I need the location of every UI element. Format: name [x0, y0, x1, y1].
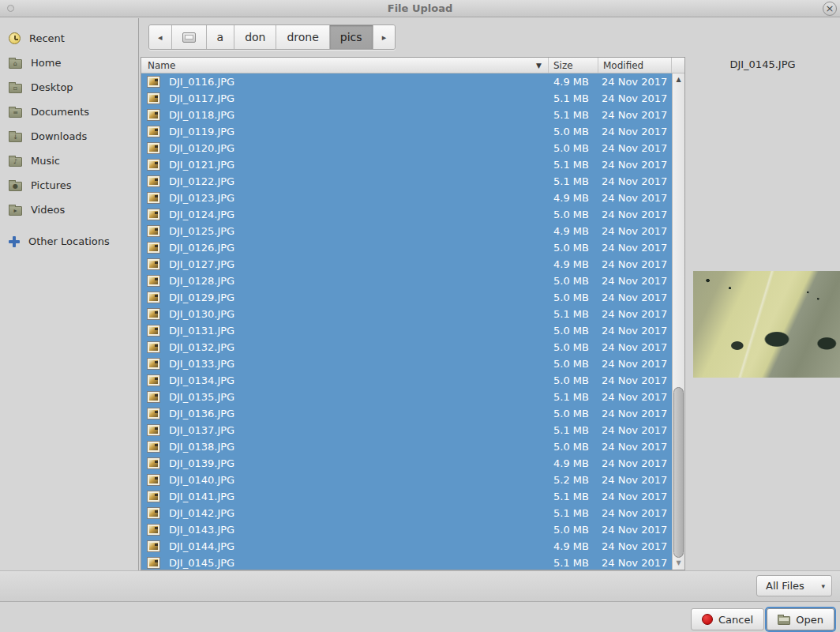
vertical-scrollbar[interactable]: ▲ ▼ — [672, 73, 684, 570]
file-row[interactable]: DJI_0132.JPG 5.0 MB 24 Nov 2017 — [141, 339, 672, 356]
image-file-icon — [148, 193, 159, 203]
sidebar-item-home[interactable]: ⌂ Home — [0, 51, 138, 75]
file-row[interactable]: DJI_0145.JPG 5.1 MB 24 Nov 2017 — [141, 555, 672, 570]
scroll-down-icon[interactable]: ▼ — [673, 558, 684, 569]
file-modified: 24 Nov 2017 — [598, 457, 672, 469]
scrollbar-thumb[interactable] — [673, 387, 684, 558]
image-file-icon — [148, 425, 159, 435]
file-modified: 24 Nov 2017 — [598, 275, 672, 287]
file-size: 5.0 MB — [549, 275, 598, 287]
file-name: DJI_0133.JPG — [169, 358, 549, 370]
file-row[interactable]: DJI_0143.JPG 5.0 MB 24 Nov 2017 — [141, 521, 672, 538]
file-row[interactable]: DJI_0136.JPG 5.0 MB 24 Nov 2017 — [141, 405, 672, 422]
column-header-name[interactable]: Name ▼ — [141, 58, 549, 73]
sidebar-item-videos[interactable]: ▸ Videos — [0, 198, 138, 222]
file-row[interactable]: DJI_0134.JPG 5.0 MB 24 Nov 2017 — [141, 372, 672, 389]
file-row[interactable]: DJI_0129.JPG 5.0 MB 24 Nov 2017 — [141, 289, 672, 306]
file-row[interactable]: DJI_0144.JPG 4.9 MB 24 Nov 2017 — [141, 538, 672, 555]
file-row[interactable]: DJI_0121.JPG 5.1 MB 24 Nov 2017 — [141, 156, 672, 173]
file-row[interactable]: DJI_0141.JPG 5.1 MB 24 Nov 2017 — [141, 488, 672, 505]
column-header-modified[interactable]: Modified — [598, 58, 672, 73]
file-name: DJI_0145.JPG — [169, 557, 549, 569]
file-size: 4.9 MB — [549, 258, 598, 270]
file-row[interactable]: DJI_0138.JPG 5.0 MB 24 Nov 2017 — [141, 438, 672, 455]
file-row[interactable]: DJI_0133.JPG 5.0 MB 24 Nov 2017 — [141, 356, 672, 372]
file-row[interactable]: DJI_0126.JPG 5.0 MB 24 Nov 2017 — [141, 239, 672, 256]
image-file-icon — [148, 408, 159, 419]
file-name: DJI_0121.JPG — [169, 159, 549, 171]
file-modified: 24 Nov 2017 — [598, 441, 672, 453]
file-modified: 24 Nov 2017 — [598, 258, 672, 270]
close-icon[interactable]: × — [823, 2, 837, 16]
filter-selected-label: All Files — [766, 580, 804, 592]
path-segment-don[interactable]: don — [234, 25, 276, 49]
image-file-icon — [148, 508, 159, 518]
path-forward-icon[interactable]: ▸ — [373, 25, 396, 49]
sidebar-item-pictures[interactable]: ● Pictures — [0, 173, 138, 198]
file-modified: 24 Nov 2017 — [598, 491, 672, 502]
file-row[interactable]: DJI_0122.JPG 5.1 MB 24 Nov 2017 — [141, 173, 672, 190]
file-modified: 24 Nov 2017 — [598, 341, 672, 353]
breadcrumb: ◂ adondronepics▸ — [148, 24, 396, 50]
file-row[interactable]: DJI_0137.JPG 5.1 MB 24 Nov 2017 — [141, 422, 672, 438]
file-row[interactable]: DJI_0131.JPG 5.0 MB 24 Nov 2017 — [141, 322, 672, 339]
file-size: 5.0 MB — [549, 209, 598, 220]
sidebar-item-desktop[interactable]: ▫ Desktop — [0, 75, 138, 100]
file-modified: 24 Nov 2017 — [598, 524, 672, 536]
file-row[interactable]: DJI_0130.JPG 5.1 MB 24 Nov 2017 — [141, 306, 672, 322]
file-row[interactable]: DJI_0128.JPG 5.0 MB 24 Nov 2017 — [141, 273, 672, 289]
file-name: DJI_0136.JPG — [169, 408, 549, 419]
file-modified: 24 Nov 2017 — [598, 192, 672, 204]
file-size: 5.1 MB — [549, 507, 598, 519]
column-header-size[interactable]: Size — [549, 58, 598, 73]
image-file-icon — [148, 342, 159, 352]
image-file-icon — [148, 458, 159, 468]
scroll-up-icon[interactable]: ▲ — [673, 74, 684, 85]
file-row[interactable]: DJI_0135.JPG 5.1 MB 24 Nov 2017 — [141, 389, 672, 405]
sidebar-item-label: Home — [31, 57, 61, 69]
file-row[interactable]: DJI_0118.JPG 5.1 MB 24 Nov 2017 — [141, 107, 672, 123]
path-segment-drone[interactable]: drone — [276, 25, 329, 49]
file-name: DJI_0126.JPG — [169, 242, 549, 254]
path-segment-drive[interactable] — [172, 25, 207, 49]
open-button[interactable]: Open — [767, 608, 834, 630]
path-back-icon[interactable]: ◂ — [149, 25, 172, 49]
file-modified: 24 Nov 2017 — [598, 474, 672, 486]
documents-icon: ≡ — [9, 107, 22, 118]
drive-icon — [182, 32, 196, 43]
file-size: 4.9 MB — [549, 192, 598, 204]
file-row[interactable]: DJI_0142.JPG 5.1 MB 24 Nov 2017 — [141, 505, 672, 521]
file-row[interactable]: DJI_0140.JPG 5.2 MB 24 Nov 2017 — [141, 472, 672, 488]
cancel-button[interactable]: Cancel — [691, 608, 764, 630]
file-size: 5.1 MB — [549, 557, 598, 569]
file-row[interactable]: DJI_0123.JPG 4.9 MB 24 Nov 2017 — [141, 190, 672, 206]
image-file-icon — [148, 309, 159, 319]
path-segment-pics[interactable]: pics — [330, 25, 373, 49]
sidebar-item-documents[interactable]: ≡ Documents — [0, 100, 138, 124]
file-row[interactable]: DJI_0139.JPG 4.9 MB 24 Nov 2017 — [141, 455, 672, 472]
cancel-button-label: Cancel — [718, 614, 753, 626]
file-size: 5.0 MB — [549, 126, 598, 137]
sidebar-item-downloads[interactable]: ↓ Downloads — [0, 124, 138, 149]
sidebar-item-music[interactable]: ♪ Music — [0, 149, 138, 173]
file-name: DJI_0118.JPG — [169, 109, 549, 121]
path-segment-a[interactable]: a — [207, 25, 235, 49]
file-row[interactable]: DJI_0119.JPG 5.0 MB 24 Nov 2017 — [141, 123, 672, 140]
file-modified: 24 Nov 2017 — [598, 242, 672, 254]
file-size: 5.0 MB — [549, 441, 598, 453]
file-type-filter-dropdown[interactable]: All Files ▾ — [756, 575, 832, 596]
file-size: 5.1 MB — [549, 159, 598, 171]
file-list: Name ▼ Size Modified DJI_0116.JPG 4.9 MB… — [141, 57, 685, 570]
file-row[interactable]: DJI_0117.JPG 5.1 MB 24 Nov 2017 — [141, 90, 672, 107]
file-row[interactable]: DJI_0124.JPG 5.0 MB 24 Nov 2017 — [141, 206, 672, 223]
header-corner — [672, 58, 684, 73]
file-size: 5.1 MB — [549, 175, 598, 187]
file-row[interactable]: DJI_0125.JPG 4.9 MB 24 Nov 2017 — [141, 223, 672, 239]
sidebar-item-other-locations[interactable]: Other Locations — [0, 229, 138, 254]
sidebar-item-recent[interactable]: Recent — [0, 26, 138, 51]
file-row[interactable]: DJI_0127.JPG 4.9 MB 24 Nov 2017 — [141, 256, 672, 273]
window-icon — [7, 5, 14, 12]
file-modified: 24 Nov 2017 — [598, 374, 672, 386]
file-row[interactable]: DJI_0120.JPG 5.0 MB 24 Nov 2017 — [141, 140, 672, 156]
file-row[interactable]: DJI_0116.JPG 4.9 MB 24 Nov 2017 — [141, 73, 672, 90]
